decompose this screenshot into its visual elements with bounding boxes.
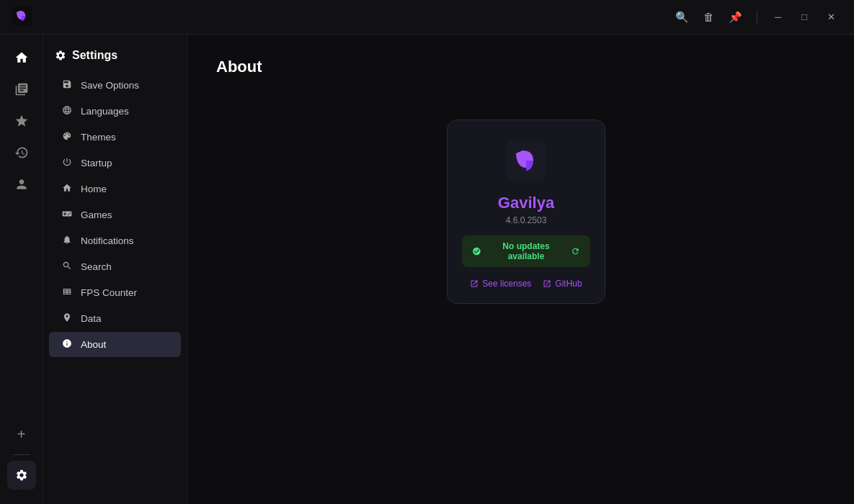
sidebar-item-settings-bottom[interactable] (7, 461, 36, 490)
sidebar-item-library[interactable] (7, 75, 36, 104)
menu-item-save-options[interactable]: Save Options (49, 73, 181, 98)
about-links: See licenses GitHub (470, 279, 582, 289)
menu-item-languages[interactable]: Languages (49, 99, 181, 124)
app-logo (12, 6, 32, 29)
themes-icon (61, 131, 74, 143)
settings-title: Settings (43, 45, 187, 72)
maximize-button[interactable]: □ (794, 7, 814, 27)
page-title: About (216, 58, 825, 76)
fps-counter-icon (61, 287, 74, 299)
notifications-icon (61, 235, 74, 247)
about-icon (61, 338, 74, 351)
titlebar-divider (757, 10, 757, 24)
nav-divider (13, 454, 30, 455)
startup-icon (61, 157, 74, 169)
home-icon (61, 183, 74, 195)
settings-sidebar: Settings Save Options Languages Themes S… (43, 35, 187, 504)
search-button[interactable]: 🔍 (671, 6, 693, 28)
save-options-icon (61, 79, 74, 91)
sidebar-item-history[interactable] (7, 138, 36, 167)
about-version: 4.6.0.2503 (506, 215, 547, 225)
data-icon (61, 312, 74, 325)
sidebar-item-add[interactable]: + (7, 420, 36, 449)
check-circle-icon (472, 246, 481, 256)
trash-button[interactable]: 🗑 (699, 6, 719, 27)
main-layout: + Settings Save Options Languages (0, 35, 854, 504)
licenses-icon (470, 279, 479, 288)
titlebar: 🔍 🗑 📌 ─ □ ✕ (0, 0, 854, 35)
refresh-icon (571, 246, 580, 256)
menu-item-search[interactable]: Search (49, 254, 181, 279)
about-app-logo (506, 140, 546, 194)
about-app-name: Gavilya (498, 194, 554, 212)
menu-item-themes[interactable]: Themes (49, 125, 181, 150)
languages-icon (61, 105, 74, 117)
github-link[interactable]: GitHub (543, 279, 582, 289)
menu-item-games[interactable]: Games (49, 202, 181, 228)
sidebar-item-profile[interactable] (7, 170, 36, 199)
far-nav: + (0, 35, 43, 504)
menu-item-home[interactable]: Home (49, 176, 181, 202)
sidebar-item-home[interactable] (7, 43, 36, 72)
github-icon (543, 279, 551, 288)
games-icon (61, 209, 74, 221)
minimize-button[interactable]: ─ (768, 7, 788, 27)
check-updates-button[interactable]: No updates available (462, 235, 590, 267)
menu-item-data[interactable]: Data (49, 306, 181, 331)
menu-item-notifications[interactable]: Notifications (49, 228, 181, 253)
pin-button[interactable]: 📌 (724, 6, 747, 28)
see-licenses-link[interactable]: See licenses (470, 279, 531, 289)
main-content: About Gavilya 4.6.0.2503 No updates avai… (187, 35, 854, 504)
menu-item-startup[interactable]: Startup (49, 150, 181, 176)
about-card: Gavilya 4.6.0.2503 No updates available … (447, 120, 605, 304)
menu-item-about[interactable]: About (49, 332, 181, 357)
search-icon (61, 261, 74, 273)
titlebar-controls: 🔍 🗑 📌 ─ □ ✕ (671, 6, 842, 28)
close-button[interactable]: ✕ (820, 7, 842, 27)
menu-item-fps-counter[interactable]: FPS Counter (49, 280, 181, 305)
sidebar-item-favorites[interactable] (7, 107, 36, 135)
